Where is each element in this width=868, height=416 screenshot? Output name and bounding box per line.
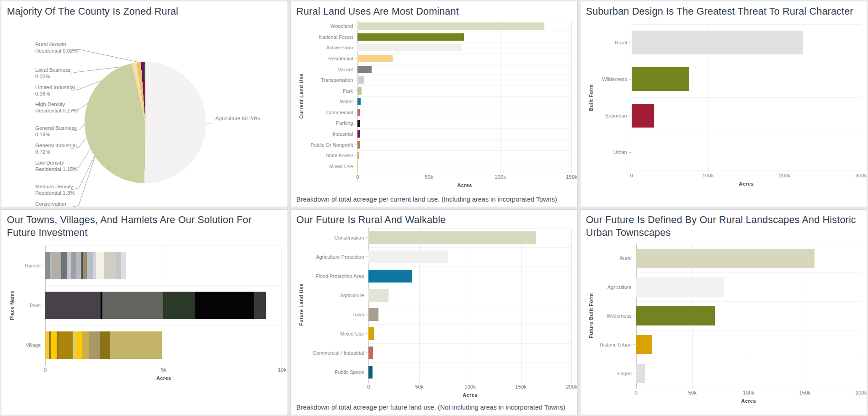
x-tick-label: 0 [367,384,370,389]
pie[interactable] [85,62,206,183]
bar-woodland[interactable] [357,22,544,30]
bar-segment[interactable] [102,292,163,319]
bar-town[interactable] [368,308,378,321]
x-tickmark [632,171,632,172]
bar-residential[interactable] [357,55,392,62]
bar-segment[interactable] [93,252,96,279]
bar-segment[interactable] [45,331,49,359]
plot-area [632,24,861,171]
bar-segment[interactable] [61,252,66,279]
x-tick-label: 150k [515,384,527,389]
x-tick-label: 50k [415,384,424,389]
bar-segment[interactable] [121,252,126,279]
chart-row [357,139,571,150]
bar-village[interactable] [45,331,162,359]
bar-hamlet[interactable] [45,252,126,279]
bar-agriculture-protection[interactable] [368,251,447,263]
x-tick-label: 150k [799,390,810,395]
bar-segment[interactable] [96,252,104,279]
x-tick-label: 0 [630,173,633,178]
bar-segment[interactable] [45,292,101,319]
built-form-bar-chart: Built FormRuralWildernessSuburbanUrban01… [586,18,861,203]
bar-active-farm[interactable] [357,44,462,51]
bar-segment[interactable] [110,331,162,359]
bar-agriculture[interactable] [368,289,389,302]
x-tick-label: 150k [566,174,577,180]
x-tickmark [861,388,861,389]
category-labels: HamletTownVillage [17,245,45,365]
bar-segment[interactable] [82,331,89,359]
bar-town[interactable] [45,292,266,319]
y-axis-title: Built Form [586,24,596,171]
category-label: Edges [596,359,636,388]
bar-urban[interactable] [632,140,633,164]
bar-commercial-industrial[interactable] [368,347,373,359]
bar-segment[interactable] [254,292,266,319]
x-tickmark [282,365,282,366]
category-label: Town [17,285,45,325]
bar-agriculture[interactable] [636,277,724,297]
bar-chart-body: Future Land UseConservationAgriculture P… [296,226,571,402]
bar-wilderness[interactable] [632,67,689,91]
bar-industrial[interactable] [357,130,360,138]
chart-caption: Breakdown of total acreage per current l… [296,194,571,204]
bar-segment[interactable] [195,292,254,319]
plot-area [45,245,282,365]
bar-segment[interactable] [89,331,100,359]
bar-public-or-nonprofit[interactable] [357,141,359,149]
panel-current-land-use: Rural Land Uses Are Most Dominant Curren… [290,1,577,207]
chart-row [45,325,282,365]
bar-water[interactable] [357,98,361,105]
bar-segment[interactable] [67,252,71,279]
bar-segment[interactable] [71,252,76,279]
bar-segment[interactable] [83,252,87,279]
bar-rural[interactable] [636,249,815,268]
x-axis-title: Acres [45,375,282,381]
bar-segment[interactable] [100,331,110,359]
bar-segment[interactable] [76,331,82,359]
bar-segment[interactable] [59,331,73,359]
category-label: Mixed Use [306,161,357,172]
chart-title: Our Future Is Defined By Our Rural Lands… [586,213,861,240]
pie-callout-label: Agriculture 50.23% [215,116,260,122]
bar-parking[interactable] [357,120,360,127]
bar-mixed-use[interactable] [357,163,358,170]
bar-segment[interactable] [87,252,93,279]
x-axis-title: Acres [636,398,861,404]
bar-transportation[interactable] [357,76,363,84]
bar-conservation[interactable] [368,231,536,244]
bar-suburban[interactable] [632,104,654,128]
future-land-use-bar-chart: Future Land UseConservationAgriculture P… [296,226,571,402]
category-label: Vacant [306,64,357,75]
bar-public-space[interactable] [368,366,373,379]
bar-historic-urban[interactable] [636,335,652,354]
bar-rural[interactable] [632,31,803,54]
chart-row [368,324,571,343]
bar-segment[interactable] [76,252,81,279]
chart-row [636,244,861,272]
x-tick-label: 100k [495,174,506,180]
x-tick-label: 0 [356,174,359,180]
bar-edges[interactable] [636,364,645,383]
bar-segment[interactable] [52,252,61,279]
bar-segment[interactable] [45,252,50,279]
bar-segment[interactable] [51,331,57,359]
bar-segment[interactable] [163,292,195,319]
bar-segment[interactable] [116,252,121,279]
chart-row [368,305,571,324]
bar-segment[interactable] [73,331,76,359]
bar-national-forest[interactable] [357,33,464,41]
category-label: Water [306,96,357,107]
bar-wilderness[interactable] [636,306,715,325]
bar-state-forest[interactable] [357,152,359,159]
bar-flood-protection-area[interactable] [368,270,412,283]
bar-park[interactable] [357,87,362,95]
bar-chart-body: Current Land UseWoodlandNational ForestA… [296,18,571,193]
future-built-form-bar-chart: Future Built FormRuralAgricultureWildern… [586,239,861,412]
chart-caption: Breakdown of total acreage per future la… [296,402,571,412]
plot-area [636,244,861,388]
bar-commercial[interactable] [357,109,360,116]
bar-vacant[interactable] [357,66,372,73]
bar-segment[interactable] [104,252,115,279]
bar-mixed-use[interactable] [368,327,374,340]
